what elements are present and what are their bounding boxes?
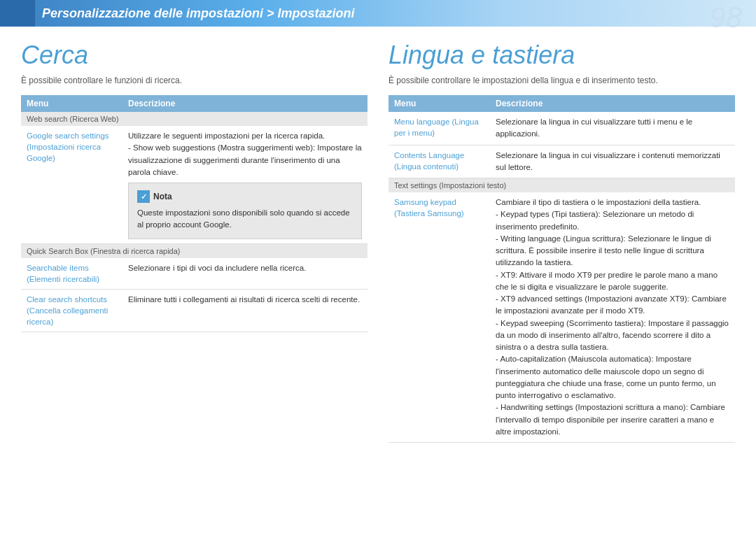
group-header-web: Web search (Ricerca Web)	[21, 112, 368, 126]
row3-bullets: - Keypad types (Tipi tastiera): Selezion…	[496, 208, 729, 438]
bullet-item: - XT9: Attivare il modo XT9 per predire …	[496, 269, 729, 294]
header-bar: Personalizzazione delle impostazioni > I…	[0, 0, 756, 27]
table-row: Google search settings (Impostazioni ric…	[21, 126, 368, 243]
nota-label: Nota	[153, 190, 172, 203]
clear-search-link: Clear search shortcuts (Cancella collega…	[27, 295, 108, 326]
searchable-items-link: Searchable items (Elementi ricercabili)	[27, 264, 99, 283]
table-header-menu: Menu	[21, 95, 122, 112]
cerca-section: Cerca È possibile controllare le funzion…	[21, 41, 368, 519]
nota-icon: ✓	[137, 190, 150, 203]
google-search-link: Google search settings (Impostazioni ric…	[27, 132, 109, 162]
lingua-table-header-desc: Descrizione	[490, 95, 735, 112]
nota-box: ✓ Nota Queste impostazioni sono disponib…	[128, 183, 362, 239]
menu-language-link: Menu language (Lingua per i menu)	[394, 118, 479, 137]
bullet-item: - Handwriting settings (Impostazioni scr…	[496, 401, 729, 438]
lingua-table-header-menu: Menu	[388, 95, 490, 112]
bullet-item: - Writing language (Lingua scrittura): S…	[496, 233, 729, 269]
contents-language-link: Contents Language (Lingua contenuti)	[394, 151, 464, 171]
table-row: Clear search shortcuts (Cancella collega…	[21, 289, 368, 332]
table-header-desc: Descrizione	[122, 95, 368, 112]
row3-desc: Eliminare tutti i collegamenti ai risult…	[128, 295, 360, 304]
bullet-item: - XT9 advanced settings (Impostazioni av…	[496, 293, 729, 318]
group-header-text: Text settings (Impostazioni testo)	[388, 178, 735, 193]
table-row: Searchable items (Elementi ricercabili) …	[21, 258, 368, 290]
samsung-keypad-link: Samsung keypad (Tastiera Samsung)	[394, 198, 464, 218]
cerca-table: Menu Descrizione Web search (Ricerca Web…	[21, 95, 368, 332]
lingua-title: Lingua e tastiera	[388, 41, 735, 70]
bullet-item: - Keypad types (Tipi tastiera): Selezion…	[496, 208, 729, 233]
nota-header: ✓ Nota	[137, 190, 353, 203]
lingua-table: Menu Descrizione Menu language (Lingua p…	[388, 95, 735, 443]
lingua-section: Lingua e tastiera È possibile controllar…	[388, 41, 735, 519]
table-row: Menu language (Lingua per i menu) Selezi…	[388, 112, 735, 145]
breadcrumb: Personalizzazione delle impostazioni > I…	[42, 6, 355, 21]
cerca-subtitle: È possibile controllare le funzioni di r…	[21, 76, 368, 85]
row3-desc-intro: Cambiare il tipo di tastiera o le impost…	[496, 197, 729, 208]
lingua-subtitle: È possibile controllare le impostazioni …	[388, 76, 735, 85]
table-row: Samsung keypad (Tastiera Samsung) Cambia…	[388, 192, 735, 443]
row1-desc-intro: Utilizzare le seguenti impostazioni per …	[128, 130, 362, 142]
nota-text: Queste impostazioni sono disponibili sol…	[137, 208, 350, 229]
bullet-item: - Auto-capitalization (Maiuscola automat…	[496, 353, 729, 401]
row1-desc: Selezionare la lingua in cui visualizzar…	[496, 118, 692, 138]
bullet-item: - Keypad sweeping (Scorrimento tastiera)…	[496, 318, 729, 354]
table-row: Contents Language (Lingua contenuti) Sel…	[388, 145, 735, 178]
cerca-title: Cerca	[21, 41, 368, 70]
row2-desc: Selezionare i tipi di voci da includere …	[128, 264, 306, 272]
row1-desc-bullet: - Show web suggestions (Mostra suggerime…	[128, 142, 362, 178]
group-header-quick: Quick Search Box (Finestra di ricerca ra…	[21, 243, 368, 258]
row2-desc: Selezionare la lingua in cui visualizzar…	[496, 151, 720, 171]
main-content: Cerca È possibile controllare le funzion…	[0, 27, 756, 533]
page-number: 98	[709, 3, 742, 32]
